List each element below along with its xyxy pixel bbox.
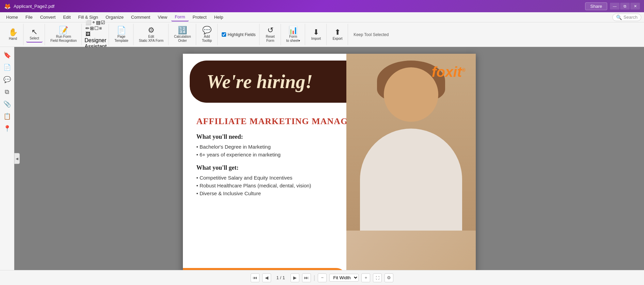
search-label: Search [624,15,638,20]
calc-order-icon: 🔢 [178,27,187,34]
search-box[interactable]: 🔍 Search [612,14,641,21]
table-icon[interactable]: ⊞ [90,26,94,31]
title-bar-right: Share — ⧉ ✕ [585,2,640,10]
app-logo-icon: 🦊 [4,3,11,10]
edit-static-form-button[interactable]: ⚙ EditStatic XFA Form [136,25,166,44]
menu-home[interactable]: Home [3,13,21,21]
page-template-label: PageTemplate [114,35,128,43]
page-last-button[interactable]: ⏭ [302,273,311,282]
page-prev-button[interactable]: ◀ [262,273,271,282]
highlight-fields-checkbox[interactable] [222,32,226,37]
toolbar-group-select: ↖ Select [24,24,45,45]
person-body [360,129,462,231]
reset-form-button[interactable]: ↺ ResetForm [262,25,279,44]
page-next-button[interactable]: ▶ [290,273,299,282]
sidebar-comments-icon[interactable]: 💬 [2,74,13,85]
foxit-logo: foxit® [432,64,466,80]
pdf-photo-area: foxit® [346,54,476,270]
bottom-bar: ⏮ ◀ 1 / 1 ▶ ⏭ | − Fit Width 50% 75% 100%… [0,270,644,285]
reset-form-label: ResetForm [266,35,274,43]
designer-icons: ⬜ ⚬ ▤ ☑ ✏ ⊞ ☐ ≡ 🖼 [85,20,106,37]
sidebar-bookmark-icon[interactable]: 🔖 [2,50,13,61]
menu-convert[interactable]: Convert [37,13,59,21]
form-to-sheet-button[interactable]: 📊 Formto sheet▾ [284,25,303,44]
close-button[interactable]: ✕ [630,3,640,10]
highlight-fields-text: Highlight Fields [228,32,256,37]
foxit-reg-mark: ® [462,67,465,73]
toolbar-group-form-sheet: 📊 Formto sheet▾ [282,24,305,45]
toolbar-group-hand: ✋ Hand [3,24,23,45]
search-icon: 🔍 [616,15,622,20]
content-area: We're hiring! AFFILIATE MARKETING MANAGE… [14,47,644,270]
export-button[interactable]: ⬆ Export [329,27,346,42]
zoom-out-button[interactable]: − [318,273,327,282]
zoom-dropdown[interactable]: Fit Width 50% 75% 100% 125% 150% [329,274,359,282]
toolbar-group-add-tooltip: 💬 AddTooltip [197,24,218,45]
fit-page-button[interactable]: ⛶ [373,273,382,282]
minimize-button[interactable]: — [610,3,619,10]
highlight-fields-label[interactable]: Highlight Fields [220,31,257,38]
form-sheet-icon: 📊 [288,27,298,34]
toolbar-group-import: ⬇ Import [306,24,327,45]
text-field-icon[interactable]: ⬜ [85,20,91,25]
toolbar-group-keep-tool: Keep Tool Selected [349,24,393,45]
toolbar-group-page-template: 📄 PageTemplate [110,24,133,45]
list-icon[interactable]: ≡ [99,26,102,31]
select-tool-button[interactable]: ↖ Select [26,27,43,43]
menu-file[interactable]: File [22,13,36,21]
sidebar-layers-icon[interactable]: ⧉ [2,86,13,97]
pencil-icon[interactable]: ✏ [85,26,90,31]
calculation-order-button[interactable]: 🔢 CalculationOrder [171,25,193,44]
dropdown-icon[interactable]: ▤ [96,20,100,25]
toolbar-group-designer: ⬜ ⚬ ▤ ☑ ✏ ⊞ ☐ ≡ 🖼 DesignerAssistant [82,24,109,45]
menu-protect[interactable]: Protect [189,13,210,21]
image-icon[interactable]: 🖼 [85,31,90,37]
sidebar-fields-icon[interactable]: 📋 [2,111,13,122]
toolbar-group-run-form: 📝 Run Form Field Recognition [46,24,82,45]
page-template-button[interactable]: 📄 PageTemplate [112,25,131,44]
restore-button[interactable]: ⧉ [620,3,630,10]
toolbar-group-highlight: Highlight Fields [218,24,260,45]
zoom-in-button[interactable]: + [361,273,370,282]
left-sidebar: 🔖 📄 💬 ⧉ 📎 📋 📍 ◀ [0,47,14,270]
hand-tool-button[interactable]: ✋ Hand [5,27,21,42]
edit-static-label: EditStatic XFA Form [139,35,163,43]
sidebar-attachments-icon[interactable]: 📎 [2,99,13,110]
calc-order-label: CalculationOrder [174,35,191,43]
tools-button[interactable]: ⚙ [384,273,393,282]
toolbar: ✋ Hand ↖ Select 📝 Run Form Field Recogni… [0,22,644,47]
menu-help[interactable]: Help [211,13,227,21]
page-first-button[interactable]: ⏮ [251,273,260,282]
page-template-icon: 📄 [117,27,126,34]
hand-label: Hand [9,37,17,41]
checkbox-icon[interactable]: ☑ [101,20,105,25]
add-tooltip-label: AddTooltip [202,35,212,43]
reset-form-icon: ↺ [267,27,273,34]
pdf-page: We're hiring! AFFILIATE MARKETING MANAGE… [183,54,476,270]
export-label: Export [333,37,343,41]
select-label: Select [30,36,39,40]
run-form-button[interactable]: 📝 Run Form Field Recognition [48,25,79,44]
toolbar-group-edit-static: ⚙ EditStatic XFA Form [134,24,169,45]
foxit-logo-text: foxit [432,64,462,80]
edit-static-icon: ⚙ [148,27,155,34]
sidebar-toggle-button[interactable]: ◀ [14,153,20,164]
add-tooltip-button[interactable]: 💬 AddTooltip [199,25,215,44]
select-icon: ↖ [31,28,37,36]
import-button[interactable]: ⬇ Import [308,27,324,42]
menu-edit[interactable]: Edit [60,13,74,21]
sidebar-pages-icon[interactable]: 📄 [2,62,13,73]
sidebar-location-icon[interactable]: 📍 [2,123,13,134]
person-illustration [346,54,476,231]
radio-icon[interactable]: ⚬ [92,20,96,25]
person-head [384,67,438,122]
btn-icon2[interactable]: ☐ [94,26,99,31]
menu-comment[interactable]: Comment [128,13,154,21]
share-button[interactable]: Share [585,2,607,10]
menu-form[interactable]: Form [171,13,188,21]
menu-view[interactable]: View [154,13,171,21]
tooltip-icon: 💬 [202,27,211,34]
hand-icon: ✋ [9,29,18,36]
title-bar: 🦊 Applicant_Page2.pdf Share — ⧉ ✕ [0,0,644,12]
import-icon: ⬇ [313,29,319,36]
